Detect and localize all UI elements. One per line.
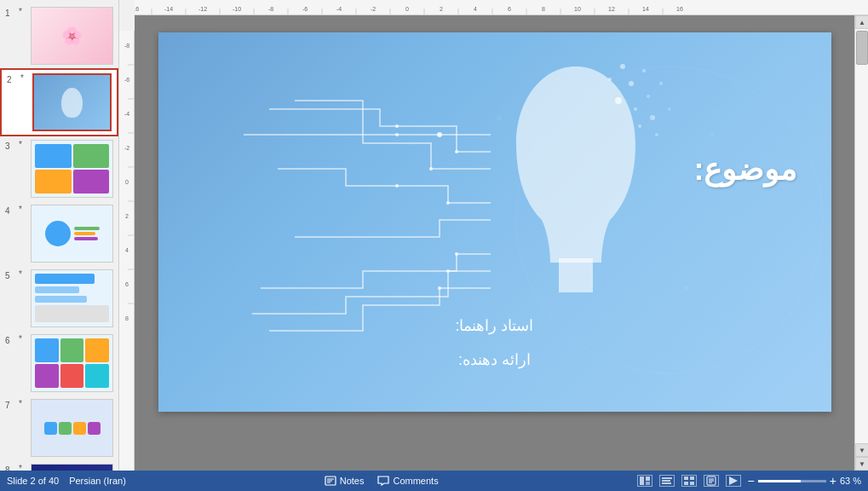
svg-point-82	[437, 132, 442, 137]
svg-rect-69	[559, 258, 593, 292]
zoom-level: 63 %	[840, 476, 861, 486]
notes-icon	[325, 476, 336, 486]
svg-point-71	[629, 81, 634, 86]
slide-number-3: 3	[5, 140, 15, 151]
svg-rect-96	[640, 477, 644, 485]
item1	[44, 422, 57, 435]
ruler-v-svg: -8 -6 -4 -2 0 2 4 6 8	[119, 31, 135, 457]
svg-text:-2: -2	[371, 6, 376, 12]
svg-text:-4: -4	[124, 111, 129, 117]
slide-number-8: 8	[5, 464, 15, 471]
slide-thumb-8[interactable]	[31, 464, 113, 471]
zoom-bar: − + 63 %	[748, 474, 861, 488]
vertical-ruler: -8 -6 -4 -2 0 2 4 6 8	[119, 31, 135, 471]
circuit-lines-svg	[227, 84, 525, 339]
comments-button[interactable]: Comments	[377, 476, 438, 486]
svg-text:-2: -2	[124, 145, 129, 151]
svg-point-83	[395, 133, 399, 136]
slide-star-3: *	[19, 140, 27, 149]
comments-icon	[377, 476, 389, 486]
slide-number-1: 1	[5, 7, 15, 18]
slide-thumb-7[interactable]	[31, 399, 113, 457]
grid-cell-2	[73, 144, 110, 168]
item2	[59, 422, 72, 435]
svg-point-86	[429, 167, 433, 170]
svg-point-84	[455, 150, 458, 153]
svg-rect-103	[690, 477, 694, 480]
svg-text:0: 0	[125, 179, 129, 185]
svg-text:16: 16	[676, 6, 683, 12]
svg-text:-8: -8	[268, 6, 273, 12]
svg-point-85	[395, 124, 399, 128]
slideshow-button[interactable]	[726, 475, 741, 487]
grid-c3	[85, 338, 109, 362]
svg-text:4: 4	[125, 247, 129, 253]
slide-thumb-6[interactable]	[31, 334, 113, 392]
outline-view-button[interactable]	[659, 475, 675, 487]
zoom-slider[interactable]	[758, 480, 826, 482]
grid-c2	[60, 338, 84, 362]
content-area: -16 -14 -12 -10 -8 -6 -4 -2 0 2	[119, 0, 868, 471]
svg-point-76	[650, 115, 655, 120]
slide-sorter-icon	[683, 476, 695, 486]
svg-text:-6: -6	[302, 6, 308, 12]
slide-thumb-1[interactable]: 🌸	[31, 7, 113, 65]
slide-number-5: 5	[5, 269, 15, 280]
main-slide[interactable]: موضوع: استاد راهنما: ارائه دهنده:	[158, 32, 831, 412]
canvas-wrapper: موضوع: استاد راهنما: ارائه دهنده:	[135, 15, 854, 471]
svg-point-77	[608, 78, 612, 81]
slide-item-3[interactable]: 3 *	[0, 136, 118, 201]
grid-c1	[35, 338, 59, 362]
slide-item-6[interactable]: 6 *	[0, 331, 118, 396]
slide-star-2: *	[20, 73, 29, 83]
scroll-track[interactable]	[855, 29, 868, 443]
normal-view-button[interactable]	[637, 475, 652, 487]
slide-thumb-3[interactable]	[31, 140, 113, 198]
slide-thumb-6-content	[32, 335, 112, 391]
svg-rect-105	[690, 482, 694, 485]
svg-rect-104	[684, 482, 688, 485]
block2	[35, 286, 79, 293]
slide-thumb-2[interactable]	[32, 73, 112, 131]
scroll-thumb[interactable]	[856, 31, 868, 65]
zoom-fill	[758, 480, 801, 482]
notes-button[interactable]: Notes	[325, 476, 365, 486]
scroll-down-button-1[interactable]: ▼	[855, 443, 868, 457]
svg-text:-16: -16	[135, 6, 139, 12]
zoom-in-button[interactable]: +	[830, 474, 836, 488]
grid-cell-3	[35, 170, 72, 194]
svg-rect-102	[684, 477, 688, 480]
slide-canvas-area[interactable]: موضوع: استاد راهنما: ارائه دهنده:	[135, 15, 854, 471]
svg-text:4: 4	[474, 6, 477, 12]
slide-item-4[interactable]: 4 *	[0, 201, 118, 266]
line1	[74, 227, 100, 230]
slide-item-7[interactable]: 7 *	[0, 396, 118, 460]
slideshow-icon	[727, 476, 739, 486]
slide-item-2[interactable]: 2 *	[0, 68, 118, 136]
svg-text:0: 0	[405, 6, 409, 12]
language-indicator: Persian (Iran)	[69, 476, 126, 486]
scroll-down-button-2[interactable]: ▼	[855, 457, 868, 471]
svg-rect-99	[662, 477, 672, 479]
grid-cell-4	[73, 170, 110, 194]
slide-item-1[interactable]: 1 * 🌸	[0, 3, 118, 68]
svg-point-74	[634, 107, 637, 111]
slide-sorter-button[interactable]	[681, 475, 697, 487]
slide-star-1: *	[19, 7, 27, 16]
canvas-with-ruler: -8 -6 -4 -2 0 2 4 6 8	[119, 15, 868, 471]
scroll-up-button[interactable]: ▲	[855, 15, 868, 29]
reading-view-icon	[705, 476, 717, 486]
svg-point-89	[455, 252, 458, 256]
slide-thumb-5[interactable]	[31, 269, 113, 327]
slide-number-7: 7	[5, 399, 15, 410]
svg-point-91	[438, 286, 441, 290]
slide-thumb-1-content: 🌸	[32, 8, 112, 64]
reading-view-button[interactable]	[704, 475, 719, 487]
slide-item-8[interactable]: 8 *	[0, 460, 118, 471]
slide-item-5[interactable]: 5 *	[0, 266, 118, 331]
slide-star-4: *	[19, 205, 27, 214]
zoom-out-button[interactable]: −	[748, 474, 755, 488]
slide-thumb-2-content	[34, 75, 110, 130]
slide-thumb-4[interactable]	[31, 205, 113, 263]
svg-rect-100	[662, 480, 670, 482]
